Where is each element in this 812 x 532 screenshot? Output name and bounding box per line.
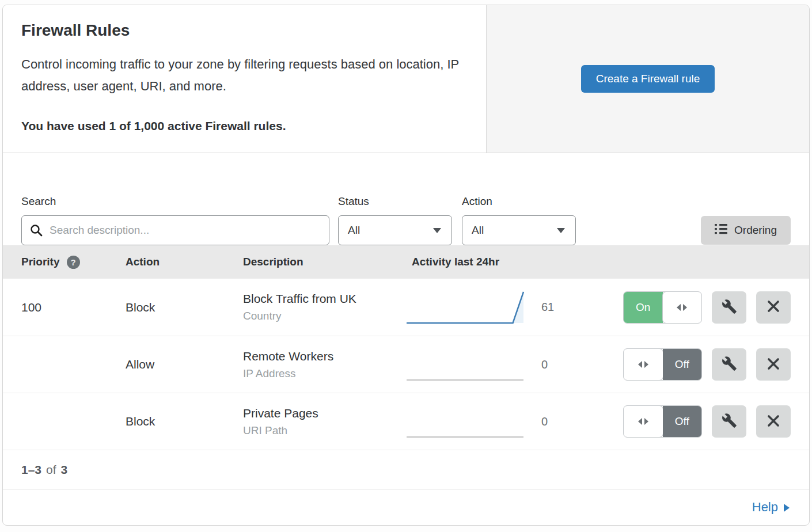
table-header-row: Priority ? Action Description Activity l…	[3, 245, 809, 279]
pagination-range: 1–3	[21, 463, 41, 477]
arrow-right-icon	[784, 504, 790, 512]
toggle-off-label: Off	[663, 406, 702, 437]
header-section: Firewall Rules Control incoming traffic …	[3, 5, 809, 153]
column-header-action: Action	[126, 256, 243, 268]
action-select-value: All	[472, 224, 484, 237]
arrow-left-icon	[677, 304, 681, 311]
activity-count: 61	[530, 301, 579, 314]
close-icon	[767, 415, 780, 429]
arrow-right-icon	[644, 361, 648, 368]
rule-controls: On	[623, 291, 791, 324]
header-text-block: Firewall Rules Control incoming traffic …	[3, 5, 487, 153]
toggle-handle	[663, 292, 702, 323]
search-icon	[29, 223, 43, 240]
create-firewall-rule-button[interactable]: Create a Firewall rule	[581, 65, 715, 93]
rule-description-cell: Remote Workers IP Address	[243, 349, 406, 380]
action-filter-group: Action All	[462, 195, 586, 245]
activity-count: 0	[530, 358, 579, 371]
pagination-bar: 1–3 of 3	[3, 450, 809, 489]
search-label: Search	[21, 195, 338, 208]
help-link-label: Help	[752, 500, 778, 515]
ordering-button-label: Ordering	[734, 224, 777, 237]
page-title: Firewall Rules	[21, 21, 468, 40]
ordering-button[interactable]: Ordering	[701, 216, 791, 245]
delete-rule-button[interactable]	[756, 291, 791, 324]
rule-description: Private Pages	[243, 406, 406, 420]
rule-match-type: IP Address	[243, 367, 406, 380]
edit-rule-button[interactable]	[712, 405, 746, 438]
activity-sparkline	[406, 404, 530, 439]
table-row: Block Private Pages URI Path 0 Off	[3, 393, 809, 450]
status-select-value: All	[348, 224, 360, 237]
rule-match-type: URI Path	[243, 424, 406, 437]
delete-rule-button[interactable]	[756, 405, 791, 438]
column-header-priority: Priority ?	[21, 256, 126, 269]
rule-controls: Off	[623, 405, 791, 438]
toggle-handle	[624, 349, 663, 380]
rule-enabled-toggle[interactable]: Off	[623, 348, 702, 381]
pagination-of: of	[46, 463, 56, 477]
close-icon	[767, 358, 780, 372]
rule-controls: Off	[623, 348, 791, 381]
action-select[interactable]: All	[462, 215, 576, 245]
table-row: 100 Block Block Traffic from UK Country …	[3, 279, 809, 336]
arrow-left-icon	[638, 418, 642, 425]
activity-sparkline	[406, 347, 530, 382]
wrench-icon	[722, 413, 737, 430]
rule-enabled-toggle[interactable]: On	[623, 291, 702, 324]
status-label: Status	[338, 195, 462, 208]
rule-action: Allow	[126, 358, 243, 371]
chevron-down-icon	[433, 228, 441, 233]
arrow-right-icon	[683, 304, 687, 311]
wrench-icon	[722, 356, 737, 373]
search-input[interactable]	[21, 215, 329, 245]
rule-action: Block	[126, 301, 243, 314]
delete-rule-button[interactable]	[756, 348, 791, 381]
help-footer: Help	[3, 489, 809, 525]
activity-count: 0	[530, 415, 579, 428]
column-header-description: Description	[243, 256, 406, 268]
toggle-off-label: Off	[663, 349, 702, 380]
chevron-down-icon	[557, 228, 565, 233]
search-field-wrap	[21, 215, 329, 245]
priority-header-label: Priority	[21, 256, 60, 268]
activity-sparkline	[406, 290, 530, 325]
rule-description-cell: Block Traffic from UK Country	[243, 292, 406, 322]
rule-description: Block Traffic from UK	[243, 292, 406, 306]
arrow-left-icon	[638, 361, 642, 368]
rule-enabled-toggle[interactable]: Off	[623, 405, 702, 438]
help-link[interactable]: Help	[752, 500, 790, 515]
status-select[interactable]: All	[338, 215, 452, 245]
edit-rule-button[interactable]	[712, 291, 746, 324]
rule-description-cell: Private Pages URI Path	[243, 406, 406, 437]
rule-priority: 100	[21, 301, 126, 314]
action-label: Action	[462, 195, 586, 208]
search-group: Search	[21, 195, 338, 245]
column-header-activity: Activity last 24hr	[406, 256, 530, 268]
toggle-handle	[624, 406, 663, 437]
rule-match-type: Country	[243, 310, 406, 322]
table-row: Allow Remote Workers IP Address 0 Off	[3, 336, 809, 393]
status-filter-group: Status All	[338, 195, 462, 245]
pagination-total: 3	[61, 463, 68, 477]
toggle-on-label: On	[624, 292, 663, 323]
header-action-panel: Create a Firewall rule	[487, 5, 809, 153]
firewall-rules-panel: Firewall Rules Control incoming traffic …	[2, 5, 810, 526]
arrow-right-icon	[644, 418, 648, 425]
edit-rule-button[interactable]	[712, 348, 746, 381]
list-ordering-icon	[715, 223, 727, 237]
filter-bar: Search Status All Action All	[3, 153, 809, 245]
wrench-icon	[722, 299, 737, 316]
priority-help-icon[interactable]: ?	[67, 256, 80, 269]
close-icon	[767, 300, 780, 314]
rule-description: Remote Workers	[243, 349, 406, 363]
rule-action: Block	[126, 415, 243, 428]
page-description: Control incoming traffic to your zone by…	[21, 54, 468, 97]
usage-summary: You have used 1 of 1,000 active Firewall…	[21, 119, 468, 133]
